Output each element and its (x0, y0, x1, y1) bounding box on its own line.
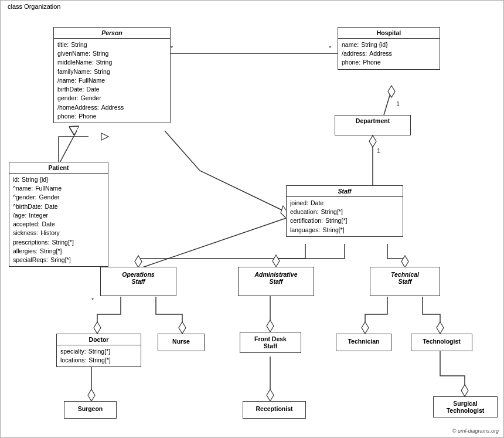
svg-marker-19 (135, 256, 142, 267)
copyright-text: © uml-diagrams.org (452, 428, 499, 434)
technician-box: Technician (336, 334, 391, 351)
patient-title: Patient (9, 162, 108, 174)
nurse-title: Nurse (158, 334, 204, 348)
svg-marker-32 (88, 389, 95, 401)
receptionist-box: Receptionist (243, 401, 306, 419)
ops-staff-box: OperationsStaff (100, 267, 176, 296)
svg-marker-34 (267, 389, 274, 401)
hospital-box: Hospital name:String {id} /address:Addre… (338, 27, 440, 70)
person-title: Person (54, 28, 170, 39)
nurse-box: Nurse (158, 334, 205, 351)
patient-attrs: id:String {id} ^name:FullName ^gender:Ge… (9, 174, 108, 266)
technician-title: Technician (336, 334, 391, 348)
patient-box: Patient id:String {id} ^name:FullName ^g… (9, 162, 108, 267)
hospital-attrs: name:String {id} /address:Address phone:… (338, 39, 440, 69)
admin-staff-title: AdministrativeStaff (239, 267, 314, 288)
svg-marker-29 (362, 322, 369, 334)
surgeon-title: Surgeon (64, 402, 116, 416)
department-title: Department (335, 116, 410, 126)
doctor-title: Doctor (57, 334, 141, 345)
svg-text:1: 1 (396, 100, 400, 107)
surgeon-box: Surgeon (64, 401, 117, 419)
svg-marker-16 (369, 135, 376, 147)
department-box: Department (335, 115, 411, 135)
person-attrs: title:String givenName:String middleName… (54, 39, 170, 123)
technologist-title: Technologist (411, 334, 472, 348)
svg-text:*: * (171, 45, 173, 52)
svg-marker-35 (461, 385, 468, 396)
tech-staff-title: TechnicalStaff (370, 267, 440, 288)
svg-marker-26 (179, 322, 186, 334)
person-box: Person title:String givenName:String mid… (53, 27, 171, 123)
doctor-attrs: specialty:String[*] locations:String[*] (57, 345, 141, 366)
receptionist-title: Receptionist (243, 402, 305, 416)
front-desk-title: Front DeskStaff (240, 332, 301, 352)
svg-marker-7 (101, 133, 108, 140)
svg-marker-28 (267, 320, 274, 332)
doctor-box: Doctor specialty:String[*] locations:Str… (56, 334, 141, 367)
svg-marker-21 (401, 256, 408, 267)
surgical-tech-box: SurgicalTechnologist (433, 396, 498, 417)
svg-marker-20 (273, 255, 280, 267)
staff-attrs: joined:Date education:String[*] certific… (287, 197, 403, 236)
svg-marker-10 (388, 86, 395, 97)
svg-marker-30 (437, 322, 444, 334)
staff-title: Staff (287, 186, 403, 197)
svg-text:1: 1 (377, 147, 380, 154)
surgical-tech-title: SurgicalTechnologist (434, 397, 497, 417)
svg-marker-25 (94, 322, 101, 334)
svg-line-6 (59, 131, 77, 165)
admin-staff-box: AdministrativeStaff (238, 267, 314, 296)
ops-staff-title: OperationsStaff (101, 267, 176, 288)
diagram-container: class Organization (0, 0, 504, 438)
svg-text:*: * (329, 45, 332, 52)
tech-staff-box: TechnicalStaff (370, 267, 440, 296)
hospital-title: Hospital (338, 28, 440, 39)
svg-text:*: * (91, 297, 94, 304)
svg-line-9 (384, 90, 391, 115)
front-desk-box: Front DeskStaff (240, 332, 301, 353)
staff-box: Staff joined:Date education:String[*] ce… (286, 185, 403, 237)
diagram-title: class Organization (5, 3, 63, 10)
technologist-box: Technologist (411, 334, 472, 351)
